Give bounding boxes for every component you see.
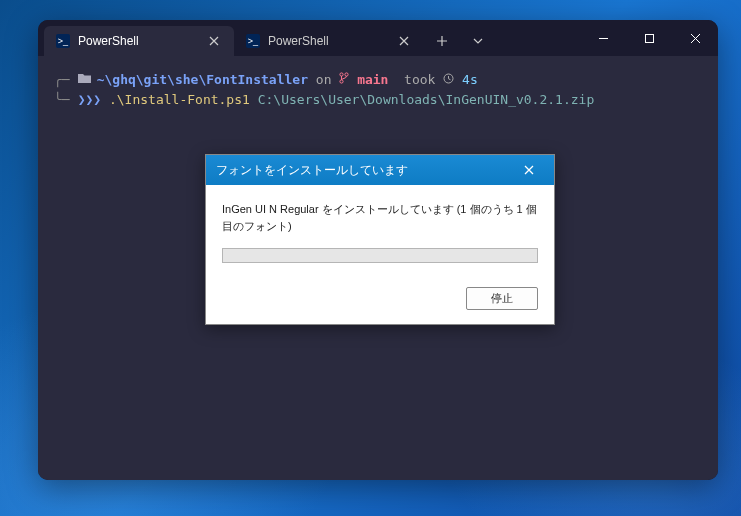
command-arg: C:\Users\User\Downloads\InGenUIN_v0.2.1.… <box>258 90 595 110</box>
dialog-close-button[interactable] <box>514 159 544 181</box>
prompt-on: on <box>316 70 332 90</box>
close-icon[interactable] <box>396 33 412 49</box>
maximize-button[interactable] <box>626 20 672 56</box>
folder-icon <box>78 70 91 90</box>
svg-point-1 <box>340 73 343 76</box>
command-script: .\Install-Font.ps1 <box>109 90 250 110</box>
dialog-title: フォントをインストールしています <box>216 162 408 179</box>
tab-dropdown-button[interactable] <box>460 26 496 56</box>
new-tab-button[interactable] <box>424 26 460 56</box>
clock-icon <box>443 70 454 90</box>
prompt-arrows: ❯❯❯ <box>78 90 101 110</box>
tab-strip: >_ PowerShell >_ PowerShell <box>38 20 580 56</box>
prompt-frame-icon: ╰─ <box>54 90 70 110</box>
dialog-titlebar[interactable]: フォントをインストールしています <box>206 155 554 185</box>
prompt-path: ~\ghq\git\she\FontInstaller <box>97 70 308 90</box>
tab-label: PowerShell <box>78 34 139 48</box>
powershell-icon: >_ <box>246 34 260 48</box>
prompt-duration: 4s <box>462 70 478 90</box>
window-controls <box>580 20 718 56</box>
tab-powershell-1[interactable]: >_ PowerShell <box>44 26 234 56</box>
branch-icon <box>339 70 349 90</box>
prompt-frame-icon: ╭─ <box>54 70 70 90</box>
svg-point-3 <box>340 80 343 83</box>
powershell-icon: >_ <box>56 34 70 48</box>
install-dialog: フォントをインストールしています InGen UI N Regular をインス… <box>205 154 555 325</box>
dialog-message: InGen UI N Regular をインストールしています (1 個のうち … <box>222 201 538 234</box>
svg-point-2 <box>345 73 348 76</box>
close-icon[interactable] <box>206 33 222 49</box>
svg-rect-0 <box>645 34 653 42</box>
progress-bar <box>222 248 538 263</box>
minimize-button[interactable] <box>580 20 626 56</box>
prompt-status-line: ╭─ ~\ghq\git\she\FontInstaller on main t… <box>54 70 702 90</box>
prompt-branch: main <box>357 70 388 90</box>
titlebar: >_ PowerShell >_ PowerShell <box>38 20 718 56</box>
prompt-took: took <box>404 70 435 90</box>
tab-powershell-2[interactable]: >_ PowerShell <box>234 26 424 56</box>
stop-button[interactable]: 停止 <box>466 287 538 310</box>
tab-label: PowerShell <box>268 34 329 48</box>
dialog-body: InGen UI N Regular をインストールしています (1 個のうち … <box>206 185 554 324</box>
command-line: ╰─ ❯❯❯ .\Install-Font.ps1 C:\Users\User\… <box>54 90 702 110</box>
close-button[interactable] <box>672 20 718 56</box>
